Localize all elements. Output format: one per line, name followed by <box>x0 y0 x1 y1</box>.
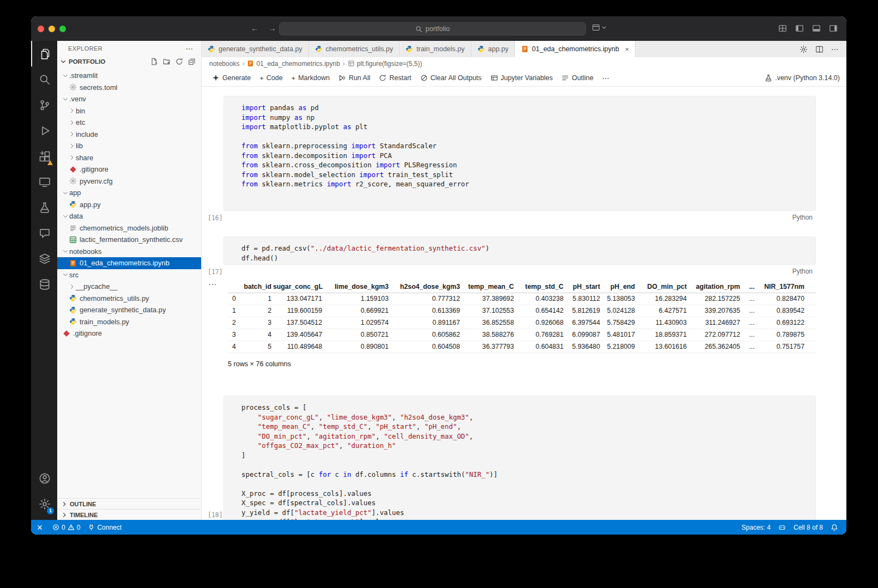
toolbar-ellipsis-button[interactable]: ⋯ <box>598 72 613 84</box>
tree-item-lactic_fermentation_synthetic.csv[interactable]: lactic_fermentation_synthetic.csv <box>57 234 201 246</box>
tree-item-01_eda_chemometrics.ipynb[interactable]: 01_eda_chemometrics.ipynb <box>57 257 201 269</box>
forward-button[interactable]: → <box>268 23 276 33</box>
toggle-panel-icon[interactable] <box>812 24 821 33</box>
activity-chat[interactable] <box>31 220 57 246</box>
tree-item-train_models.py[interactable]: train_models.py <box>57 316 201 328</box>
database-icon <box>39 278 51 290</box>
close-window-button[interactable] <box>38 26 44 32</box>
collapse-all-icon[interactable] <box>188 58 196 65</box>
notebook-settings-button[interactable] <box>800 45 808 53</box>
activity-extensions[interactable] <box>31 143 57 169</box>
spaces-indicator[interactable]: Spaces: 4 <box>738 520 774 535</box>
cell-code-editor[interactable]: df = pd.read_csv("../data/lactic_ferment… <box>223 237 816 265</box>
tree-item-notebooks[interactable]: notebooks <box>57 246 201 258</box>
toggle-primary-sidebar-icon[interactable] <box>795 24 804 33</box>
zoom-window-button[interactable] <box>59 26 66 32</box>
command-center-search[interactable]: portfolio <box>279 22 586 35</box>
tree-item-lib[interactable]: lib <box>57 140 201 152</box>
layout-dropdown[interactable] <box>592 23 607 32</box>
toolbar-restart-button[interactable]: Restart <box>375 72 415 83</box>
split-editor-button[interactable] <box>815 45 823 53</box>
breadcrumb-item-0[interactable]: notebooks <box>209 60 239 68</box>
toolbar-jupyter-variables-button[interactable]: Jupyter Variables <box>487 72 557 83</box>
tab-app.py[interactable]: app.py <box>471 41 516 57</box>
tree-item-src[interactable]: src <box>57 269 201 281</box>
python-icon <box>69 294 77 302</box>
activity-layers[interactable] <box>31 246 57 271</box>
gear-sm-icon <box>69 83 77 91</box>
cell-code-editor[interactable]: process_cols = [ "sugar_conc_gL", "lime_… <box>223 396 816 520</box>
toolbar-code-button[interactable]: +Code <box>256 72 286 84</box>
tree-item-__pycache__[interactable]: __pycache__ <box>57 281 201 293</box>
tree-item-bin[interactable]: bin <box>57 105 201 117</box>
tree-item-share[interactable]: share <box>57 152 201 164</box>
connect-button[interactable]: Connect <box>84 520 125 535</box>
new-file-icon[interactable] <box>150 58 158 65</box>
kernel-picker[interactable]: .venv (Python 3.14.0) <box>765 74 840 82</box>
tree-item-include[interactable]: include <box>57 129 201 141</box>
toolbar-run-all-button[interactable]: Run All <box>335 72 374 83</box>
tab-train_models.py[interactable]: train_models.py <box>399 41 471 57</box>
tree-item-chemometrics_models.joblib[interactable]: chemometrics_models.joblib <box>57 222 201 234</box>
cell-indicator[interactable]: Cell 8 of 8 <box>790 520 827 535</box>
notifications-bell[interactable] <box>827 520 842 535</box>
tree-item-generate_synthetic_data.py[interactable]: generate_synthetic_data.py <box>57 304 201 316</box>
symbol-icon <box>348 60 355 67</box>
tree-item-secrets.toml[interactable]: secrets.toml <box>57 82 201 94</box>
activity-remote-explorer[interactable] <box>31 169 57 195</box>
cell-language-label[interactable]: Python <box>792 214 813 221</box>
copilot-status[interactable] <box>774 520 790 535</box>
table-header: lime_dose_kgm3 <box>324 281 390 293</box>
problems-indicator[interactable]: 0 0 <box>49 520 84 535</box>
close-tab-icon[interactable]: × <box>625 45 629 53</box>
tree-item-etc[interactable]: etc <box>57 117 201 129</box>
tree-item-.gitignore[interactable]: .gitignore <box>57 328 201 340</box>
tree-item-.venv[interactable]: .venv <box>57 93 201 105</box>
editor-more-actions[interactable]: ⋯ <box>831 45 839 53</box>
breadcrumb-item-2[interactable]: plt.figure(figsize=(5,5)) <box>348 60 422 68</box>
sidebar-title: EXPLORER <box>68 45 102 52</box>
refresh-icon[interactable] <box>175 58 183 65</box>
outline-section[interactable]: OUTLINE <box>57 498 201 509</box>
tree-item-chemometrics_utils.py[interactable]: chemometrics_utils.py <box>57 293 201 305</box>
explorer-more-actions[interactable]: ⋯ <box>186 44 193 53</box>
cell-language-label[interactable]: Python <box>792 268 813 275</box>
section-portfolio[interactable]: PORTFOLIO <box>57 56 201 68</box>
tree-item-app.py[interactable]: app.py <box>57 199 201 211</box>
activity-settings[interactable]: 1 <box>31 491 57 517</box>
tree-item-app[interactable]: app <box>57 187 201 199</box>
tree-item-.streamlit[interactable]: .streamlit <box>57 70 201 82</box>
output-more-actions[interactable]: ⋯ <box>208 280 217 289</box>
timeline-section[interactable]: TIMELINE <box>57 509 201 520</box>
csv-icon <box>69 236 77 244</box>
activity-source-control[interactable] <box>31 92 57 118</box>
back-button[interactable]: ← <box>251 23 259 33</box>
tree-item-.gitignore[interactable]: .gitignore <box>57 163 201 175</box>
tab-generate_synthetic_data.py[interactable]: generate_synthetic_data.py <box>202 41 309 57</box>
remote-indicator[interactable] <box>31 520 49 535</box>
new-folder-icon[interactable] <box>163 58 171 65</box>
activity-run-debug[interactable] <box>31 118 57 143</box>
activity-database[interactable] <box>31 271 57 297</box>
activity-account[interactable] <box>31 465 57 491</box>
minimize-window-button[interactable] <box>49 26 55 32</box>
table-header: N <box>806 281 816 293</box>
activity-testing[interactable] <box>31 195 57 220</box>
layout-grid-icon[interactable] <box>778 24 787 33</box>
toolbar-markdown-button[interactable]: +Markdown <box>288 72 334 84</box>
activity-search[interactable] <box>31 66 57 92</box>
toggle-secondary-sidebar-icon[interactable] <box>829 24 838 33</box>
breadcrumb-separator: › <box>343 60 345 68</box>
toolbar-outline-button[interactable]: Outline <box>558 72 597 83</box>
tree-item-pyvenv.cfg[interactable]: pyvenv.cfg <box>57 175 201 187</box>
tab-chemometrics_utils.py[interactable]: chemometrics_utils.py <box>309 41 400 57</box>
tab-01_eda_chemometrics.ipynb[interactable]: 01_eda_chemometrics.ipynb× <box>515 41 635 57</box>
ellipsis-icon: ⋯ <box>602 74 609 82</box>
tree-item-data[interactable]: data <box>57 210 201 222</box>
toolbar-generate-button[interactable]: Generate <box>208 72 255 83</box>
error-icon <box>52 524 59 531</box>
toolbar-clear-all-outputs-button[interactable]: Clear All Outputs <box>416 72 486 83</box>
cell-code-editor[interactable]: import pandas as pdimport numpy as npimp… <box>223 96 816 211</box>
activity-explorer[interactable] <box>31 41 57 66</box>
breadcrumb-item-1[interactable]: 01_eda_chemometrics.ipynb <box>247 60 340 68</box>
